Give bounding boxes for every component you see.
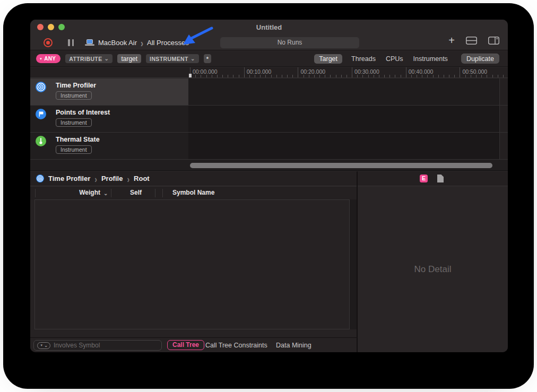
- funnel-icon: ▼: [39, 57, 42, 60]
- inspector-panel: No Detail: [358, 187, 508, 352]
- filter-options-icon[interactable]: ▼ ⌄: [37, 342, 50, 349]
- document-icon[interactable]: [437, 175, 444, 182]
- add-instrument-button[interactable]: +: [448, 36, 455, 45]
- detail-breadcrumb-bar: Time Profiler › Profile › Root E: [30, 171, 508, 186]
- strategy-tab-instruments[interactable]: Instruments: [412, 54, 449, 64]
- chevron-down-icon: ⌄: [190, 56, 195, 62]
- run-status-display: No Runs: [220, 37, 359, 48]
- call-tree-table-header: Weight ⌄ Self Symbol Name: [30, 187, 357, 199]
- track-lane[interactable]: [188, 133, 500, 159]
- tab-call-tree[interactable]: Call Tree: [167, 340, 204, 350]
- instrument-title: Thermal State: [56, 136, 100, 143]
- call-tree-table[interactable]: [30, 199, 357, 337]
- filter-token-instrument[interactable]: INSTRUMENT ⌄: [146, 54, 199, 63]
- filter-match-mode-label: ANY: [44, 56, 56, 62]
- column-header-self[interactable]: Self: [110, 189, 142, 196]
- chevron-down-icon: ⌄: [105, 56, 109, 62]
- breadcrumb: Time Profiler › Profile › Root: [36, 171, 150, 186]
- tab-data-mining[interactable]: Data Mining: [276, 342, 311, 349]
- timeline-ticks: [190, 75, 508, 77]
- extended-detail-button[interactable]: E: [420, 175, 428, 182]
- track-list: Time Profiler Instrument Points of Inter…: [30, 79, 508, 159]
- window-chrome: Untitled MacBook Air › All Processes No …: [30, 20, 508, 50]
- column-header-weight[interactable]: Weight: [62, 189, 100, 196]
- track-view-layout-button[interactable]: [466, 37, 477, 45]
- chevron-right-icon: ›: [141, 37, 143, 49]
- strategy-tab-cpus[interactable]: CPUs: [385, 54, 404, 64]
- instrument-row-thermal-state[interactable]: Thermal State Instrument: [30, 133, 508, 160]
- pause-button[interactable]: [68, 39, 74, 46]
- track-area-footer: [30, 160, 508, 171]
- target-device-picker[interactable]: MacBook Air › All Processes: [85, 37, 189, 48]
- symbol-filter-field[interactable]: ▼ ⌄: [33, 340, 162, 351]
- horizontal-scrollbar[interactable]: [190, 163, 492, 168]
- target-process-label: All Processes: [147, 39, 189, 47]
- filter-match-mode-button[interactable]: ▼ ANY: [36, 54, 60, 63]
- window-title: Untitled: [30, 23, 508, 31]
- strategy-tab-threads[interactable]: Threads: [350, 54, 377, 64]
- target-device-label: MacBook Air: [98, 39, 137, 47]
- breadcrumb-item-instrument[interactable]: Time Profiler: [48, 175, 90, 182]
- chevron-right-icon: ›: [94, 173, 97, 184]
- thermal-state-icon: [36, 136, 46, 146]
- symbol-filter-input[interactable]: [54, 342, 158, 349]
- chevron-right-icon: ›: [127, 173, 129, 184]
- record-icon: [46, 41, 50, 45]
- instrument-row-time-profiler[interactable]: Time Profiler Instrument: [30, 79, 508, 106]
- strategy-tab-target[interactable]: Target: [314, 54, 342, 64]
- table-viewport: [34, 199, 350, 329]
- breadcrumb-item-root[interactable]: Root: [134, 175, 150, 182]
- filter-token-target[interactable]: target: [117, 54, 141, 63]
- laptop-icon: [85, 39, 94, 46]
- inspector-toggle-button[interactable]: [488, 37, 499, 45]
- sort-chevron-icon: ⌄: [103, 190, 108, 196]
- instrument-row-points-of-interest[interactable]: Points of Interest Instrument: [30, 106, 508, 133]
- column-header-symbol-name[interactable]: Symbol Name: [172, 189, 214, 196]
- detail-bottom-bar: ▼ ⌄ Call Tree Call Tree Constraints Data…: [30, 337, 357, 352]
- instrument-badge: Instrument: [56, 118, 92, 127]
- time-profiler-icon: [36, 82, 46, 92]
- record-button[interactable]: [44, 38, 53, 47]
- instrument-title: Time Profiler: [56, 82, 96, 89]
- time-profiler-icon: [36, 175, 44, 182]
- duplicate-button[interactable]: Duplicate: [461, 54, 499, 64]
- no-detail-message: No Detail: [414, 264, 452, 275]
- track-lane[interactable]: [188, 79, 500, 105]
- instrument-badge: Instrument: [56, 145, 92, 154]
- track-lane[interactable]: [188, 106, 500, 132]
- filter-bar: ▼ ANY ATTRIBUTE ⌄ target INSTRUMENT ⌄ * …: [30, 51, 508, 67]
- timeline-ruler[interactable]: 00:00.000 00:10.000 00:20.000 00:30.000 …: [30, 67, 508, 78]
- filter-token-wildcard[interactable]: *: [204, 54, 212, 63]
- breadcrumb-item-profile[interactable]: Profile: [101, 175, 123, 182]
- playhead-marker[interactable]: [189, 74, 192, 77]
- table-scrollbar-gutter: [350, 199, 357, 329]
- points-of-interest-icon: [36, 109, 46, 119]
- instruments-window: Untitled MacBook Air › All Processes No …: [30, 20, 508, 352]
- instrument-badge: Instrument: [56, 91, 92, 100]
- instrument-title: Points of Interest: [56, 109, 110, 116]
- filter-token-attribute[interactable]: ATTRIBUTE ⌄: [65, 54, 112, 63]
- tab-call-tree-constraints[interactable]: Call Tree Constraints: [205, 342, 267, 349]
